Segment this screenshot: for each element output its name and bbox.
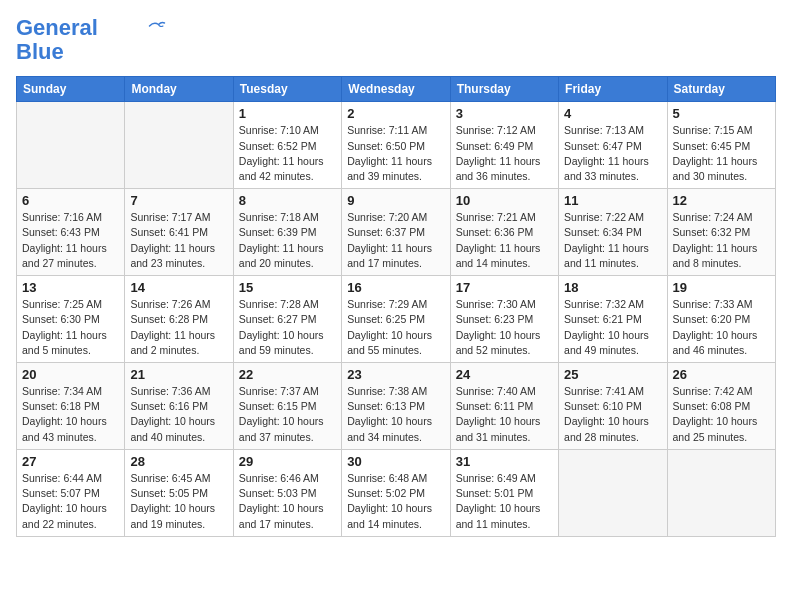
day-info: Sunrise: 6:44 AMSunset: 5:07 PMDaylight:… (22, 471, 119, 532)
weekday-label: Monday (125, 77, 233, 102)
day-info: Sunrise: 7:34 AMSunset: 6:18 PMDaylight:… (22, 384, 119, 445)
calendar-cell: 3Sunrise: 7:12 AMSunset: 6:49 PMDaylight… (450, 102, 558, 189)
logo: General Blue (16, 16, 166, 64)
day-info: Sunrise: 6:48 AMSunset: 5:02 PMDaylight:… (347, 471, 444, 532)
calendar-cell: 26Sunrise: 7:42 AMSunset: 6:08 PMDayligh… (667, 363, 775, 450)
day-number: 18 (564, 280, 661, 295)
day-number: 31 (456, 454, 553, 469)
day-number: 13 (22, 280, 119, 295)
calendar-cell: 1Sunrise: 7:10 AMSunset: 6:52 PMDaylight… (233, 102, 341, 189)
day-info: Sunrise: 7:24 AMSunset: 6:32 PMDaylight:… (673, 210, 770, 271)
day-info: Sunrise: 7:37 AMSunset: 6:15 PMDaylight:… (239, 384, 336, 445)
calendar-cell: 29Sunrise: 6:46 AMSunset: 5:03 PMDayligh… (233, 449, 341, 536)
calendar-cell: 28Sunrise: 6:45 AMSunset: 5:05 PMDayligh… (125, 449, 233, 536)
day-info: Sunrise: 7:13 AMSunset: 6:47 PMDaylight:… (564, 123, 661, 184)
day-number: 3 (456, 106, 553, 121)
day-info: Sunrise: 7:20 AMSunset: 6:37 PMDaylight:… (347, 210, 444, 271)
calendar-cell: 13Sunrise: 7:25 AMSunset: 6:30 PMDayligh… (17, 276, 125, 363)
calendar-cell: 8Sunrise: 7:18 AMSunset: 6:39 PMDaylight… (233, 189, 341, 276)
day-info: Sunrise: 7:36 AMSunset: 6:16 PMDaylight:… (130, 384, 227, 445)
calendar-cell: 7Sunrise: 7:17 AMSunset: 6:41 PMDaylight… (125, 189, 233, 276)
calendar-week-row: 6Sunrise: 7:16 AMSunset: 6:43 PMDaylight… (17, 189, 776, 276)
day-number: 14 (130, 280, 227, 295)
calendar-cell (559, 449, 667, 536)
day-number: 16 (347, 280, 444, 295)
page-header: General Blue (16, 16, 776, 64)
day-number: 30 (347, 454, 444, 469)
calendar-cell (667, 449, 775, 536)
calendar-cell: 9Sunrise: 7:20 AMSunset: 6:37 PMDaylight… (342, 189, 450, 276)
weekday-label: Wednesday (342, 77, 450, 102)
day-number: 19 (673, 280, 770, 295)
day-number: 29 (239, 454, 336, 469)
calendar-cell: 21Sunrise: 7:36 AMSunset: 6:16 PMDayligh… (125, 363, 233, 450)
calendar-cell (17, 102, 125, 189)
day-number: 27 (22, 454, 119, 469)
day-number: 21 (130, 367, 227, 382)
calendar-cell: 2Sunrise: 7:11 AMSunset: 6:50 PMDaylight… (342, 102, 450, 189)
calendar-body: 1Sunrise: 7:10 AMSunset: 6:52 PMDaylight… (17, 102, 776, 536)
day-info: Sunrise: 7:32 AMSunset: 6:21 PMDaylight:… (564, 297, 661, 358)
day-info: Sunrise: 7:10 AMSunset: 6:52 PMDaylight:… (239, 123, 336, 184)
day-info: Sunrise: 7:12 AMSunset: 6:49 PMDaylight:… (456, 123, 553, 184)
logo-bird-icon (148, 19, 166, 33)
day-info: Sunrise: 7:18 AMSunset: 6:39 PMDaylight:… (239, 210, 336, 271)
day-info: Sunrise: 7:41 AMSunset: 6:10 PMDaylight:… (564, 384, 661, 445)
day-info: Sunrise: 7:15 AMSunset: 6:45 PMDaylight:… (673, 123, 770, 184)
day-info: Sunrise: 7:42 AMSunset: 6:08 PMDaylight:… (673, 384, 770, 445)
calendar-cell: 11Sunrise: 7:22 AMSunset: 6:34 PMDayligh… (559, 189, 667, 276)
calendar-cell: 27Sunrise: 6:44 AMSunset: 5:07 PMDayligh… (17, 449, 125, 536)
calendar-cell: 22Sunrise: 7:37 AMSunset: 6:15 PMDayligh… (233, 363, 341, 450)
calendar-cell: 24Sunrise: 7:40 AMSunset: 6:11 PMDayligh… (450, 363, 558, 450)
calendar-cell: 14Sunrise: 7:26 AMSunset: 6:28 PMDayligh… (125, 276, 233, 363)
calendar-week-row: 20Sunrise: 7:34 AMSunset: 6:18 PMDayligh… (17, 363, 776, 450)
calendar-week-row: 1Sunrise: 7:10 AMSunset: 6:52 PMDaylight… (17, 102, 776, 189)
day-info: Sunrise: 7:40 AMSunset: 6:11 PMDaylight:… (456, 384, 553, 445)
day-info: Sunrise: 7:16 AMSunset: 6:43 PMDaylight:… (22, 210, 119, 271)
day-number: 7 (130, 193, 227, 208)
weekday-label: Tuesday (233, 77, 341, 102)
day-info: Sunrise: 7:22 AMSunset: 6:34 PMDaylight:… (564, 210, 661, 271)
day-info: Sunrise: 7:26 AMSunset: 6:28 PMDaylight:… (130, 297, 227, 358)
day-number: 9 (347, 193, 444, 208)
day-info: Sunrise: 7:29 AMSunset: 6:25 PMDaylight:… (347, 297, 444, 358)
calendar-cell: 10Sunrise: 7:21 AMSunset: 6:36 PMDayligh… (450, 189, 558, 276)
day-number: 2 (347, 106, 444, 121)
day-number: 10 (456, 193, 553, 208)
calendar-week-row: 13Sunrise: 7:25 AMSunset: 6:30 PMDayligh… (17, 276, 776, 363)
day-number: 1 (239, 106, 336, 121)
calendar-week-row: 27Sunrise: 6:44 AMSunset: 5:07 PMDayligh… (17, 449, 776, 536)
weekday-header-row: SundayMondayTuesdayWednesdayThursdayFrid… (17, 77, 776, 102)
weekday-label: Sunday (17, 77, 125, 102)
weekday-label: Thursday (450, 77, 558, 102)
day-number: 8 (239, 193, 336, 208)
calendar-cell: 12Sunrise: 7:24 AMSunset: 6:32 PMDayligh… (667, 189, 775, 276)
day-info: Sunrise: 7:21 AMSunset: 6:36 PMDaylight:… (456, 210, 553, 271)
day-info: Sunrise: 7:30 AMSunset: 6:23 PMDaylight:… (456, 297, 553, 358)
calendar-cell: 23Sunrise: 7:38 AMSunset: 6:13 PMDayligh… (342, 363, 450, 450)
calendar-cell: 5Sunrise: 7:15 AMSunset: 6:45 PMDaylight… (667, 102, 775, 189)
day-info: Sunrise: 6:49 AMSunset: 5:01 PMDaylight:… (456, 471, 553, 532)
day-number: 15 (239, 280, 336, 295)
day-number: 26 (673, 367, 770, 382)
day-number: 5 (673, 106, 770, 121)
logo-blue: Blue (16, 40, 64, 64)
day-info: Sunrise: 7:33 AMSunset: 6:20 PMDaylight:… (673, 297, 770, 358)
day-info: Sunrise: 7:11 AMSunset: 6:50 PMDaylight:… (347, 123, 444, 184)
calendar-cell: 6Sunrise: 7:16 AMSunset: 6:43 PMDaylight… (17, 189, 125, 276)
day-number: 23 (347, 367, 444, 382)
calendar-cell: 17Sunrise: 7:30 AMSunset: 6:23 PMDayligh… (450, 276, 558, 363)
calendar-cell: 18Sunrise: 7:32 AMSunset: 6:21 PMDayligh… (559, 276, 667, 363)
day-number: 11 (564, 193, 661, 208)
day-number: 24 (456, 367, 553, 382)
calendar-cell: 25Sunrise: 7:41 AMSunset: 6:10 PMDayligh… (559, 363, 667, 450)
day-info: Sunrise: 6:46 AMSunset: 5:03 PMDaylight:… (239, 471, 336, 532)
day-number: 20 (22, 367, 119, 382)
day-number: 28 (130, 454, 227, 469)
calendar-cell: 15Sunrise: 7:28 AMSunset: 6:27 PMDayligh… (233, 276, 341, 363)
day-info: Sunrise: 6:45 AMSunset: 5:05 PMDaylight:… (130, 471, 227, 532)
weekday-label: Friday (559, 77, 667, 102)
day-number: 22 (239, 367, 336, 382)
day-info: Sunrise: 7:17 AMSunset: 6:41 PMDaylight:… (130, 210, 227, 271)
calendar-cell: 19Sunrise: 7:33 AMSunset: 6:20 PMDayligh… (667, 276, 775, 363)
